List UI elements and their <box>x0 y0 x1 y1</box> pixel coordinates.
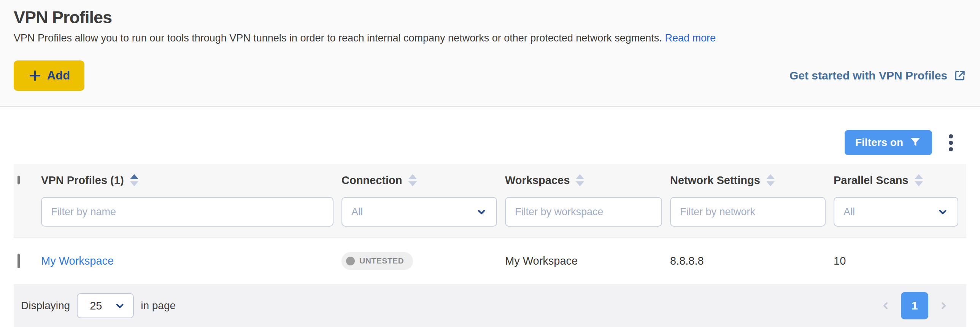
get-started-label: Get started with VPN Profiles <box>789 69 947 82</box>
current-page-button[interactable]: 1 <box>901 292 928 319</box>
next-page-chevron-icon[interactable] <box>939 298 948 313</box>
header-actions: Add Get started with VPN Profiles <box>14 60 966 91</box>
table-toolbar: Filters on <box>0 130 980 155</box>
column-vpn-profiles[interactable]: VPN Profiles (1) <box>41 174 342 187</box>
table-header: VPN Profiles (1) Connection Workspaces N… <box>14 164 966 237</box>
row-checkbox[interactable] <box>18 254 20 268</box>
add-button[interactable]: Add <box>14 60 84 91</box>
page-description: VPN Profiles allow you to run our tools … <box>14 31 966 45</box>
parallel-scans-filter-select[interactable]: All <box>834 197 958 227</box>
filter-by-network-input[interactable] <box>670 197 826 227</box>
pagination: 1 <box>881 292 948 319</box>
filter-funnel-icon <box>909 137 921 149</box>
chevron-down-icon <box>114 300 126 311</box>
column-label-row: VPN Profiles (1) Connection Workspaces N… <box>14 173 966 188</box>
read-more-link[interactable]: Read more <box>665 32 716 44</box>
main-content: Filters on VPN Profiles (1) Connection <box>0 130 980 327</box>
sort-icon[interactable] <box>409 174 417 186</box>
vpn-profiles-table: VPN Profiles (1) Connection Workspaces N… <box>14 164 966 327</box>
previous-page-chevron-icon[interactable] <box>881 298 890 313</box>
sort-icon[interactable] <box>766 174 775 186</box>
external-link-icon <box>953 69 966 82</box>
displaying-label: Displaying <box>21 300 70 312</box>
more-options-kebab-icon[interactable] <box>947 133 955 153</box>
connection-status-badge: UNTESTED <box>342 252 413 270</box>
chevron-down-icon <box>937 206 948 217</box>
connection-filter-select[interactable]: All <box>342 197 497 227</box>
page-description-text: VPN Profiles allow you to run our tools … <box>14 32 662 44</box>
add-button-label: Add <box>47 69 70 83</box>
sort-icon[interactable] <box>130 174 138 186</box>
column-workspaces[interactable]: Workspaces <box>505 174 670 187</box>
network-cell: 8.8.8.8 <box>670 255 834 267</box>
in-page-label: in page <box>141 300 176 312</box>
filter-row: All All <box>14 197 966 227</box>
parallel-scans-cell: 10 <box>834 255 966 267</box>
profile-name-link[interactable]: My Workspace <box>41 255 114 267</box>
filters-on-button[interactable]: Filters on <box>845 130 932 155</box>
table-footer: Displaying 25 in page 1 <box>14 284 966 327</box>
filter-by-name-input[interactable] <box>41 197 334 227</box>
page-size-group: Displaying 25 in page <box>21 293 176 318</box>
get-started-link[interactable]: Get started with VPN Profiles <box>789 69 966 82</box>
table-row: My Workspace UNTESTED My Workspace 8.8.8… <box>14 237 966 284</box>
workspace-cell: My Workspace <box>505 255 670 267</box>
page-size-select[interactable]: 25 <box>77 293 134 318</box>
status-dot-icon <box>346 257 355 265</box>
sort-icon[interactable] <box>915 174 923 186</box>
page-title: VPN Profiles <box>14 8 966 27</box>
chevron-down-icon <box>476 206 487 217</box>
column-network-settings[interactable]: Network Settings <box>670 174 834 187</box>
page-header: VPN Profiles VPN Profiles allow you to r… <box>0 0 980 107</box>
plus-icon <box>28 69 42 83</box>
sort-icon[interactable] <box>576 174 584 186</box>
column-parallel-scans[interactable]: Parallel Scans <box>834 174 966 187</box>
filter-by-workspace-input[interactable] <box>505 197 662 227</box>
filters-button-label: Filters on <box>855 137 903 149</box>
select-all-checkbox[interactable] <box>18 176 20 184</box>
column-connection[interactable]: Connection <box>342 174 505 187</box>
